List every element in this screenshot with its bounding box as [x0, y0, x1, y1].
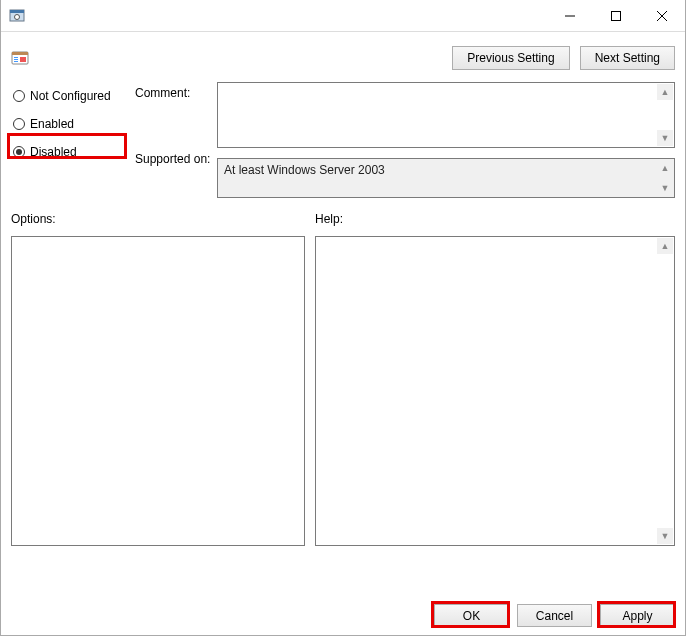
svg-rect-4 — [612, 11, 621, 20]
help-panel: ▲ ▼ — [315, 236, 675, 546]
dialog-footer: OK Cancel Apply — [434, 604, 675, 627]
svg-rect-9 — [14, 57, 18, 58]
radio-label: Enabled — [30, 117, 74, 131]
scroll-up-icon[interactable]: ▲ — [657, 84, 673, 100]
options-panel — [11, 236, 305, 546]
cancel-button[interactable]: Cancel — [517, 604, 592, 627]
svg-rect-8 — [12, 52, 28, 55]
next-setting-button[interactable]: Next Setting — [580, 46, 675, 70]
radio-icon — [13, 146, 25, 158]
close-button[interactable] — [639, 1, 685, 31]
scroll-down-icon[interactable]: ▼ — [657, 528, 673, 544]
policy-icon — [11, 49, 29, 67]
help-label: Help: — [315, 212, 675, 226]
app-icon — [9, 8, 25, 24]
radio-icon — [13, 90, 25, 102]
comment-label: Comment: — [135, 82, 213, 148]
supported-label: Supported on: — [135, 148, 213, 192]
previous-setting-button[interactable]: Previous Setting — [452, 46, 569, 70]
state-radio-group: Not Configured Enabled Disabled — [11, 82, 131, 198]
minimize-button[interactable] — [547, 1, 593, 31]
svg-rect-11 — [14, 61, 18, 62]
maximize-button[interactable] — [593, 1, 639, 31]
scroll-down-icon[interactable]: ▼ — [657, 180, 673, 196]
supported-textbox: At least Windows Server 2003 ▲ ▼ — [217, 158, 675, 198]
scroll-up-icon[interactable]: ▲ — [657, 160, 673, 176]
radio-icon — [13, 118, 25, 130]
svg-rect-1 — [10, 10, 24, 13]
svg-rect-10 — [14, 59, 18, 60]
radio-label: Not Configured — [30, 89, 111, 103]
comment-textbox[interactable]: ▲ ▼ — [217, 82, 675, 148]
radio-not-configured[interactable]: Not Configured — [11, 86, 131, 106]
apply-button[interactable]: Apply — [600, 604, 675, 627]
supported-value: At least Windows Server 2003 — [218, 159, 674, 181]
radio-enabled[interactable]: Enabled — [11, 114, 131, 134]
comment-value — [218, 83, 674, 91]
svg-rect-12 — [20, 57, 26, 62]
radio-label: Disabled — [30, 145, 77, 159]
options-label: Options: — [11, 212, 305, 226]
svg-point-2 — [15, 14, 20, 19]
titlebar — [1, 0, 685, 32]
radio-disabled[interactable]: Disabled — [11, 142, 131, 162]
scroll-up-icon[interactable]: ▲ — [657, 238, 673, 254]
ok-button[interactable]: OK — [434, 604, 509, 627]
scroll-down-icon[interactable]: ▼ — [657, 130, 673, 146]
